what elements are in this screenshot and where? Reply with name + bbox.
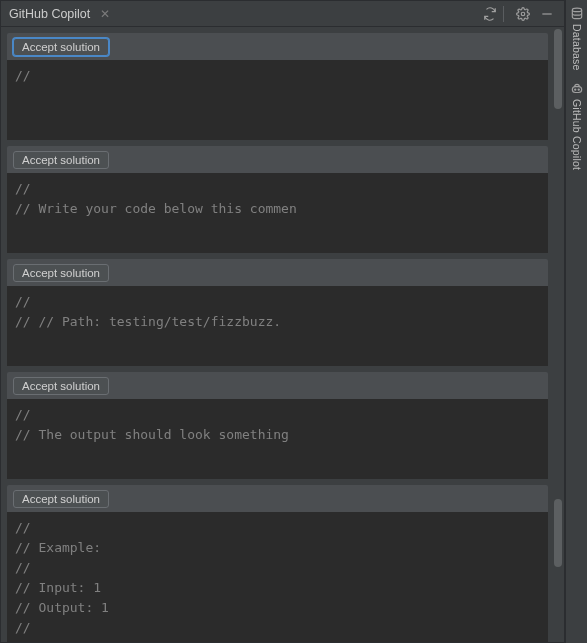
app-root: GitHub Copilot ✕ [0, 0, 587, 643]
solutions-list: Accept solution//Accept solution// // Wr… [1, 27, 552, 642]
database-icon [569, 6, 585, 22]
toolwindow-database[interactable]: Database [569, 4, 585, 73]
svg-point-2 [572, 8, 581, 11]
code-block[interactable]: // [7, 60, 548, 140]
code-block[interactable]: // // Example: // // Input: 1 // Output:… [7, 512, 548, 642]
scrollbar-thumb[interactable] [554, 29, 562, 109]
right-toolbar: Database GitHub Copilot [565, 0, 587, 643]
code-block[interactable]: // // Write your code below this commen [7, 173, 548, 253]
solution-header: Accept solution [7, 259, 548, 286]
toolwindow-label: Database [571, 24, 583, 71]
panel-title: GitHub Copilot [9, 7, 90, 21]
code-block[interactable]: // // // Path: testing/test/fizzbuzz. [7, 286, 548, 366]
toolwindow-label: GitHub Copilot [571, 99, 583, 170]
toolwindow-copilot[interactable]: GitHub Copilot [569, 79, 585, 172]
close-tab-icon[interactable]: ✕ [100, 7, 110, 21]
separator [503, 6, 504, 22]
solution-block: Accept solution// // // Path: testing/te… [7, 259, 548, 366]
main-panel: GitHub Copilot ✕ [0, 0, 565, 643]
solution-header: Accept solution [7, 485, 548, 512]
content-wrap: Accept solution//Accept solution// // Wr… [1, 27, 564, 642]
accept-solution-button[interactable]: Accept solution [13, 490, 109, 508]
gear-icon[interactable] [514, 5, 532, 23]
minimize-icon[interactable] [538, 5, 556, 23]
accept-solution-button[interactable]: Accept solution [13, 377, 109, 395]
solution-block: Accept solution// // Example: // // Inpu… [7, 485, 548, 642]
svg-point-4 [574, 89, 575, 90]
solution-header: Accept solution [7, 33, 548, 60]
svg-rect-3 [572, 86, 581, 92]
scrollbar-thumb-inner[interactable] [554, 499, 562, 567]
scrollbar-track[interactable] [552, 27, 564, 642]
solution-block: Accept solution// // The output should l… [7, 372, 548, 479]
svg-point-5 [578, 89, 579, 90]
accept-solution-button[interactable]: Accept solution [13, 151, 109, 169]
accept-solution-button[interactable]: Accept solution [13, 38, 109, 56]
accept-solution-button[interactable]: Accept solution [13, 264, 109, 282]
copilot-icon [569, 81, 585, 97]
svg-point-0 [521, 12, 525, 16]
solution-block: Accept solution// // Write your code bel… [7, 146, 548, 253]
refresh-icon[interactable] [481, 5, 499, 23]
solution-header: Accept solution [7, 372, 548, 399]
code-block[interactable]: // // The output should look something [7, 399, 548, 479]
solution-block: Accept solution// [7, 33, 548, 140]
solution-header: Accept solution [7, 146, 548, 173]
titlebar: GitHub Copilot ✕ [1, 1, 564, 27]
